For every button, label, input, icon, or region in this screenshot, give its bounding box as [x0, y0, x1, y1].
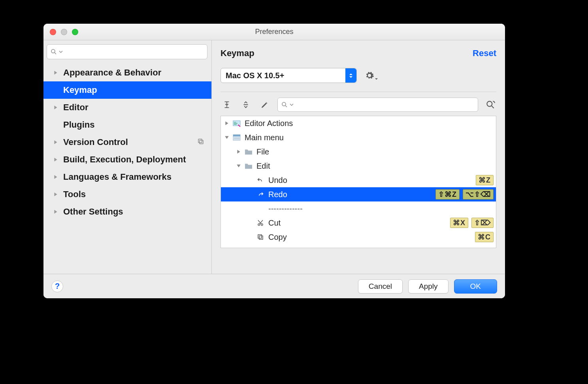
preferences-window: Preferences Appearance & Behavior Keymap [43, 24, 505, 298]
action-search[interactable] [277, 98, 478, 112]
undo-icon [256, 176, 265, 184]
folder-icon [244, 148, 253, 156]
sidebar-item-label: Build, Execution, Deployment [63, 154, 186, 165]
keymap-scheme-select[interactable]: Mac OS X 10.5+ [220, 68, 357, 83]
tree-label: Copy [268, 233, 472, 242]
sidebar-item-build[interactable]: Build, Execution, Deployment [43, 151, 211, 168]
window-controls [50, 29, 78, 35]
cancel-button[interactable]: Cancel [358, 279, 403, 294]
sidebar-list: Appearance & Behavior Keymap Editor Plug… [43, 64, 211, 274]
tree-node-undo[interactable]: Undo ⌘Z [221, 173, 496, 187]
tree-label: Edit [256, 162, 494, 171]
keymap-tree[interactable]: Editor Actions Main menu File Edit [220, 116, 496, 248]
sidebar-item-label: Plugins [63, 120, 94, 130]
zoom-window-button[interactable] [72, 29, 78, 35]
svg-point-6 [487, 101, 492, 106]
tree-node-separator: ------------- [221, 201, 496, 216]
sidebar-item-label: Appearance & Behavior [63, 68, 161, 78]
sidebar-item-languages[interactable]: Languages & Frameworks [43, 168, 211, 186]
chevron-down-icon [290, 103, 294, 107]
copy-icon [256, 233, 265, 241]
sidebar-search[interactable] [47, 44, 207, 59]
svg-line-5 [285, 105, 287, 107]
ok-button[interactable]: OK [454, 279, 497, 294]
collapse-all-button[interactable] [239, 98, 252, 111]
cut-icon [256, 219, 265, 227]
edit-shortcut-button[interactable] [258, 98, 271, 111]
tree-label: Undo [268, 176, 473, 185]
tree-label: ------------- [268, 204, 494, 213]
window-title: Preferences [43, 28, 505, 36]
editor-actions-icon [232, 119, 241, 127]
tree-node-file[interactable]: File [221, 145, 496, 159]
sidebar-item-label: Editor [63, 102, 89, 113]
tree-node-cut[interactable]: Cut ⌘X ⇧⌦ [221, 216, 496, 230]
tree-node-main-menu[interactable]: Main menu [221, 130, 496, 145]
collapse-all-icon [241, 100, 250, 109]
sidebar-item-label: Other Settings [63, 207, 123, 217]
svg-rect-2 [200, 140, 203, 144]
find-shortcut-icon [485, 100, 496, 110]
search-icon [50, 48, 57, 55]
titlebar: Preferences [43, 24, 505, 40]
close-window-button[interactable] [50, 29, 56, 35]
sidebar-item-appearance[interactable]: Appearance & Behavior [43, 64, 211, 81]
apply-button[interactable]: Apply [408, 279, 449, 294]
shortcut-badge: ⌘X [450, 218, 468, 228]
sidebar-item-label: Tools [63, 189, 86, 200]
minimize-window-button[interactable] [61, 29, 67, 35]
reset-link[interactable]: Reset [473, 48, 496, 58]
svg-line-1 [55, 53, 56, 54]
sidebar-search-input[interactable] [64, 48, 204, 56]
tree-label: Cut [268, 218, 447, 228]
redo-icon [256, 190, 265, 198]
tree-label: Redo [268, 190, 432, 199]
shortcut-badge: ⌘Z [476, 175, 494, 185]
svg-line-7 [492, 106, 494, 108]
sidebar-item-other-settings[interactable]: Other Settings [43, 203, 211, 220]
chevron-down-icon [375, 78, 378, 80]
find-by-shortcut-button[interactable] [484, 99, 496, 111]
keymap-panel: Keymap Reset Mac OS X 10.5+ [212, 40, 505, 274]
dialog-button-bar: ? Cancel Apply OK [43, 274, 505, 298]
page-title: Keymap [220, 48, 254, 58]
help-button[interactable]: ? [51, 280, 63, 292]
tree-label: Editor Actions [245, 119, 494, 128]
tree-label: Main menu [245, 133, 494, 142]
keymap-actions-gear[interactable] [365, 71, 374, 80]
keymap-scheme-value: Mac OS X 10.5+ [226, 71, 284, 80]
svg-rect-13 [259, 236, 263, 239]
sidebar-item-tools[interactable]: Tools [43, 186, 211, 203]
preferences-sidebar: Appearance & Behavior Keymap Editor Plug… [43, 40, 212, 274]
chevron-down-icon [59, 50, 63, 54]
menu-icon [232, 134, 241, 141]
sidebar-item-keymap[interactable]: Keymap [43, 81, 211, 99]
tree-node-editor-actions[interactable]: Editor Actions [221, 116, 496, 130]
sidebar-item-version-control[interactable]: Version Control [43, 134, 211, 151]
shortcut-badge: ⇧⌘Z [435, 189, 460, 200]
profile-copy-icon [197, 137, 204, 147]
action-search-input[interactable] [295, 101, 475, 109]
svg-point-0 [51, 49, 55, 53]
select-stepper-icon [345, 68, 356, 83]
sidebar-item-label: Version Control [63, 137, 128, 147]
expand-all-button[interactable] [220, 98, 233, 111]
shortcut-badge: ⇧⌦ [471, 218, 494, 228]
pencil-icon [261, 101, 269, 109]
shortcut-badge: ⌘C [475, 232, 494, 242]
tree-node-edit[interactable]: Edit [221, 159, 496, 173]
expand-all-icon [222, 100, 231, 109]
tree-label: File [256, 147, 494, 156]
sidebar-item-label: Keymap [63, 85, 97, 95]
folder-icon [244, 162, 253, 170]
sidebar-item-editor[interactable]: Editor [43, 99, 211, 116]
tree-node-copy[interactable]: Copy ⌘C [221, 230, 496, 244]
svg-rect-10 [233, 135, 240, 137]
sidebar-item-plugins[interactable]: Plugins [43, 116, 211, 134]
svg-point-4 [282, 102, 286, 106]
tree-node-redo[interactable]: Redo ⇧⌘Z ⌥⇧⌫ [221, 187, 496, 201]
svg-rect-14 [258, 235, 262, 238]
gear-icon [365, 71, 374, 80]
shortcut-badge: ⌥⇧⌫ [463, 189, 494, 200]
sidebar-item-label: Languages & Frameworks [63, 172, 172, 182]
